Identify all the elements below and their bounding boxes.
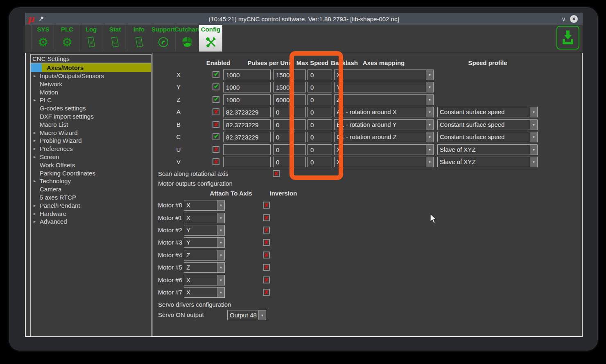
document-icon xyxy=(127,33,151,52)
caret-down-icon[interactable] xyxy=(426,120,433,130)
scan-along-rotational-axis-label: Scan along rotational axis xyxy=(158,170,228,177)
axes-mapping-value: Z xyxy=(335,95,426,105)
attach-to-axis-select[interactable]: Y xyxy=(184,225,225,236)
speed-profile-select[interactable]: Constant surface speed xyxy=(437,107,538,117)
enabled-checkbox[interactable] xyxy=(213,133,219,140)
caret-down-icon[interactable] xyxy=(530,145,537,155)
attach-to-axis-select[interactable]: Y xyxy=(184,237,225,248)
caret-down-icon[interactable] xyxy=(258,310,266,320)
enabled-checkbox[interactable] xyxy=(213,83,219,90)
tab-stat[interactable]: Stat xyxy=(103,25,127,52)
enabled-checkbox[interactable] xyxy=(213,71,219,78)
speed-profile-select[interactable]: Constant surface speed xyxy=(437,132,538,142)
axes-mapping-select[interactable]: B1 - rotation around Y xyxy=(334,119,434,130)
column-header-enabled: Enabled xyxy=(206,59,230,66)
attach-to-axis-select[interactable]: X xyxy=(184,213,225,223)
axes-mapping-select[interactable]: Z xyxy=(334,94,434,105)
attach-to-axis-select[interactable]: Z xyxy=(184,250,225,261)
close-button[interactable]: × xyxy=(570,15,578,23)
axis-label: X xyxy=(176,70,181,80)
pulses-per-unit-input[interactable] xyxy=(223,107,271,117)
enabled-checkbox[interactable] xyxy=(213,146,219,153)
pulses-per-unit-input[interactable] xyxy=(223,94,271,105)
enabled-checkbox[interactable] xyxy=(213,158,219,165)
inversion-checkbox[interactable] xyxy=(263,289,270,296)
pulses-per-unit-input[interactable] xyxy=(223,157,271,167)
tab-cutchart[interactable]: Cutchart xyxy=(175,25,199,52)
tab-info[interactable]: Info xyxy=(127,25,151,52)
enabled-checkbox[interactable] xyxy=(213,96,219,103)
speed-profile-select[interactable]: Slave of XYZ xyxy=(437,144,538,155)
inversion-checkbox[interactable] xyxy=(263,264,270,271)
shade-button[interactable]: ∨ xyxy=(561,16,566,22)
caret-down-icon[interactable] xyxy=(426,70,433,80)
caret-down-icon[interactable] xyxy=(217,250,224,260)
motor-outputs-title: Motor outputs configuration xyxy=(158,180,233,187)
backlash-highlight-annotation xyxy=(289,51,343,180)
motor-label: Motor #6 xyxy=(154,275,182,285)
caret-down-icon[interactable] xyxy=(217,225,224,235)
caret-down-icon[interactable] xyxy=(426,157,433,167)
caret-down-icon[interactable] xyxy=(426,145,433,155)
caret-down-icon[interactable] xyxy=(530,120,537,130)
pulses-per-unit-input[interactable] xyxy=(223,144,271,155)
caret-down-icon[interactable] xyxy=(426,132,433,142)
caret-down-icon[interactable] xyxy=(217,213,224,223)
servo-on-output-select[interactable]: Output 48 xyxy=(227,310,266,320)
speed-profile-select[interactable]: Slave of XYZ xyxy=(437,157,538,167)
tab-config[interactable]: Config xyxy=(199,25,222,52)
enabled-checkbox[interactable] xyxy=(213,108,219,115)
inversion-checkbox[interactable] xyxy=(263,239,270,246)
attach-to-axis-value: X xyxy=(184,275,217,285)
inversion-checkbox[interactable] xyxy=(263,202,270,209)
download-button[interactable] xyxy=(556,26,579,49)
axes-mapping-value: X xyxy=(335,157,426,167)
pulses-per-unit-input[interactable] xyxy=(223,119,271,130)
motor-row-6: Motor #6 X xyxy=(26,275,582,285)
attach-to-axis-select[interactable]: X xyxy=(184,200,225,211)
axes-mapping-select[interactable]: X xyxy=(334,70,434,80)
axes-mapping-select[interactable]: C1 - rotation around Z xyxy=(334,132,434,142)
caret-down-icon[interactable] xyxy=(426,95,433,105)
pulses-per-unit-input[interactable] xyxy=(223,132,271,142)
axes-mapping-select[interactable]: X xyxy=(334,144,434,155)
gear-icon: ⚙ xyxy=(32,33,55,52)
axes-mapping-select[interactable]: A1 - rotation around X xyxy=(334,107,434,117)
enabled-checkbox[interactable] xyxy=(213,121,219,128)
axes-mapping-select[interactable]: Y xyxy=(334,82,434,92)
inversion-checkbox[interactable] xyxy=(263,252,270,258)
attach-to-axis-select[interactable]: Z xyxy=(184,262,225,273)
axes-mapping-value: X xyxy=(335,145,426,155)
pulses-per-unit-input[interactable] xyxy=(223,70,271,80)
caret-down-icon[interactable] xyxy=(530,107,537,117)
caret-down-icon[interactable] xyxy=(530,157,537,167)
attach-to-axis-select[interactable]: X xyxy=(184,275,225,285)
axes-mapping-select[interactable]: X xyxy=(334,157,434,167)
axes-mapping-value: Y xyxy=(335,82,426,92)
tab-support[interactable]: Support xyxy=(151,25,175,52)
speed-profile-value: Slave of XYZ xyxy=(438,145,530,155)
caret-down-icon[interactable] xyxy=(217,238,224,247)
servo-on-output-label: Servo ON output xyxy=(158,311,204,318)
attach-to-axis-select[interactable]: X xyxy=(184,287,225,298)
caret-down-icon[interactable] xyxy=(217,200,224,210)
inversion-checkbox[interactable] xyxy=(263,276,270,283)
pulses-per-unit-input[interactable] xyxy=(223,82,271,92)
inversion-checkbox[interactable] xyxy=(263,227,270,234)
caret-down-icon[interactable] xyxy=(426,82,433,92)
caret-down-icon[interactable] xyxy=(426,107,433,117)
caret-down-icon[interactable] xyxy=(217,275,224,285)
tab-plc[interactable]: PLC ⚙ xyxy=(55,25,79,52)
speed-profile-select[interactable]: Constant surface speed xyxy=(437,119,538,130)
attach-to-axis-value: Z xyxy=(184,263,217,272)
tools-icon xyxy=(199,33,222,52)
caret-down-icon[interactable] xyxy=(217,263,224,272)
caret-down-icon[interactable] xyxy=(217,288,224,297)
inversion-checkbox[interactable] xyxy=(263,214,270,221)
download-icon xyxy=(560,29,576,46)
titlebar: μ (10:45:21) myCNC control software. Ver… xyxy=(25,13,583,25)
tab-log[interactable]: Log xyxy=(79,25,103,52)
caret-down-icon[interactable] xyxy=(530,132,537,142)
tab-sys[interactable]: SYS ⚙ xyxy=(31,25,55,52)
scan-along-rotational-axis-checkbox[interactable] xyxy=(273,170,280,177)
